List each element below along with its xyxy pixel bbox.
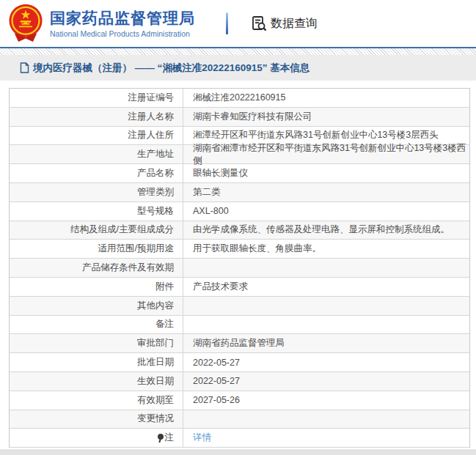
row-label: 注册人名称 xyxy=(10,108,183,126)
row-value: 详情 xyxy=(183,429,469,447)
table-row: 注册人名称湖南卡睿知医疗科技有限公司 xyxy=(10,108,469,127)
row-value xyxy=(183,410,469,429)
row-label: 有效期至 xyxy=(10,391,183,410)
row-label: 生效日期 xyxy=(10,372,183,391)
row-label: 附件 xyxy=(10,278,183,296)
site-subtitle: National Medical Products Administration xyxy=(50,29,195,38)
row-value: 由光学成像系统、传感器及处理电路、显示屏和控制系统组成。 xyxy=(183,221,469,240)
table-row: 变更情况 xyxy=(10,410,469,429)
table-row: 管理类别第二类 xyxy=(10,183,469,202)
row-label: 生产地址 xyxy=(10,145,183,163)
nav-data-query-label: 数据查询 xyxy=(271,16,318,32)
document-search-icon xyxy=(250,15,268,32)
row-label: 适用范围/预期用途 xyxy=(10,240,183,258)
row-value: 产品技术要求 xyxy=(183,278,469,296)
table-row: 有效期至2027-05-26 xyxy=(10,391,469,410)
row-value: 湖南卡睿知医疗科技有限公司 xyxy=(183,108,469,126)
row-label: 注册人住所 xyxy=(10,127,183,145)
nav-data-query[interactable]: 数据查询 xyxy=(250,15,318,32)
row-label: 结构及组成/主要组成成分 xyxy=(10,221,183,240)
footer-band xyxy=(0,449,476,455)
table-row: 其他内容 xyxy=(10,297,469,316)
breadcrumb-text: 境内医疗器械（注册） —— “湘械注准20222160915” 基本信息 xyxy=(33,62,310,75)
table-row: 结构及组成/主要组成成分由光学成像系统、传感器及处理电路、显示屏和控制系统组成。 xyxy=(10,221,469,240)
row-label: 产品名称 xyxy=(10,164,183,182)
row-value: 湖南省药品监督管理局 xyxy=(183,334,469,352)
table-row: 注详情 xyxy=(10,429,469,448)
row-value: 眼轴长测量仪 xyxy=(183,164,469,182)
table-row: 生效日期2022-05-27 xyxy=(10,372,469,391)
note-pin-icon xyxy=(157,434,164,443)
row-value: AXL-800 xyxy=(183,202,469,221)
table-row: 产品储存条件及有效期 xyxy=(10,259,469,278)
nav-divider xyxy=(226,12,228,34)
table-row: 批准日期2022-05-27 xyxy=(10,353,469,372)
hatch-divider xyxy=(0,48,476,55)
row-value: 2022-05-27 xyxy=(183,372,469,391)
row-value: 湘械注准20222160915 xyxy=(183,89,469,107)
table-row: 审批部门湖南省药品监督管理局 xyxy=(10,334,469,353)
table-row: 产品名称眼轴长测量仪 xyxy=(10,164,469,183)
detail-link[interactable]: 详情 xyxy=(193,432,211,444)
row-value: 2022-05-27 xyxy=(183,353,469,371)
table-row: 附件产品技术要求 xyxy=(10,278,469,297)
national-emblem-logo xyxy=(6,2,45,45)
row-label: 注册证编号 xyxy=(10,89,183,107)
row-value: 湖南省湘潭市经开区和平街道东风路31号创新创业中心13号楼3楼西侧 xyxy=(183,145,469,163)
row-label: 型号规格 xyxy=(10,202,183,221)
breadcrumb: 境内医疗器械（注册） —— “湘械注准20222160915” 基本信息 xyxy=(0,55,476,81)
table-row: 生产地址湖南省湘潭市经开区和平街道东风路31号创新创业中心13号楼3楼西侧 xyxy=(10,145,469,164)
row-value: 用于获取眼轴长度、角膜曲率。 xyxy=(183,240,469,258)
table-row: 适用范围/预期用途用于获取眼轴长度、角膜曲率。 xyxy=(10,240,469,259)
info-table: 注册证编号湘械注准20222160915注册人名称湖南卡睿知医疗科技有限公司注册… xyxy=(9,88,470,448)
row-label: 备注 xyxy=(10,316,183,334)
document-icon xyxy=(20,62,29,73)
site-title-block: 国家药品监督管理局 National Medical Products Admi… xyxy=(50,9,195,38)
row-value xyxy=(183,259,469,277)
row-label: 管理类别 xyxy=(10,183,183,201)
row-value: 第二类 xyxy=(183,183,469,201)
row-label: 批准日期 xyxy=(10,353,183,371)
table-row: 注册证编号湘械注准20222160915 xyxy=(10,89,469,108)
row-label: 审批部门 xyxy=(10,334,183,352)
row-label: 变更情况 xyxy=(10,410,183,429)
row-label: 注 xyxy=(10,429,183,447)
row-label: 其他内容 xyxy=(10,297,183,315)
row-value xyxy=(183,297,469,315)
row-value: 2027-05-26 xyxy=(183,391,469,410)
site-title: 国家药品监督管理局 xyxy=(50,9,195,28)
spacer xyxy=(0,81,476,88)
row-value xyxy=(183,316,469,334)
table-row: 备注 xyxy=(10,316,469,335)
site-header: 国家药品监督管理局 National Medical Products Admi… xyxy=(0,0,476,47)
row-label: 产品储存条件及有效期 xyxy=(10,259,183,277)
table-row: 型号规格AXL-800 xyxy=(10,202,469,221)
